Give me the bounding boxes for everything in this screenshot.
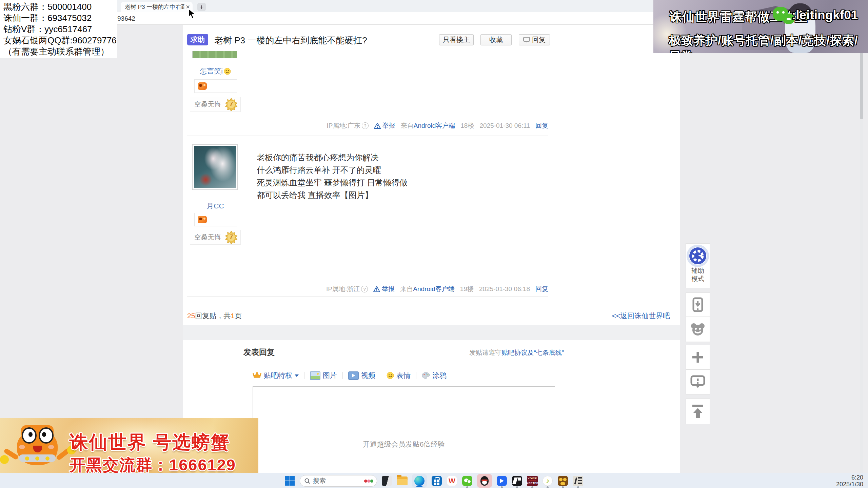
url-fragment[interactable]: 93642 [117,15,135,22]
clock-time: 6:20 [836,474,863,481]
voicemeeter-app-icon[interactable]: VOICE MEETER [527,475,538,486]
studio-services: 极致养护/账号托管/副本/竞技/探索/日常 [669,33,868,53]
crab-mascot [7,421,68,471]
post1-source: 来自Android客户端 [401,121,455,130]
file-explorer-icon[interactable] [397,475,408,486]
assist-mode-card[interactable]: 辅助 模式 [686,243,710,288]
insert-image-tool[interactable]: 图片 [310,371,337,380]
palette-icon [422,372,430,379]
post1-report-link[interactable]: 举报 [374,121,395,130]
post-content-line: 什么鸿雁行踏云单补 开不了的灵曜 [257,164,408,176]
post1-client-link[interactable]: Android客户端 [414,122,455,129]
emoticon-tool[interactable]: 表情 [387,371,411,380]
clock-date: 2025/1/30 [836,481,863,488]
microsoft-store-icon[interactable] [431,475,442,486]
post1-author: 怎言笑i [183,66,248,76]
taskbar-clock[interactable]: 6:20 2025/1/30 [836,474,863,488]
level-star-badge: 7 [225,98,238,111]
create-post-button[interactable] [686,345,710,369]
back-to-forum-link[interactable]: <<返回诛仙世界吧 [612,311,670,321]
warning-triangle-icon [374,123,381,129]
post2-game-badge-box[interactable] [194,213,237,226]
windows-logo-icon [285,476,295,486]
help-circle-icon[interactable]: ? [361,286,368,292]
doodle-tool[interactable]: 涂鸦 [422,371,447,380]
posting-rules-note: 发贴请遵守贴吧协议及“七条底线” [469,348,564,357]
post1-username[interactable]: 怎言笑i [200,66,231,76]
owl-icon [558,476,568,486]
post-content-line: 死灵渊炼血堂坐牢 噩梦懒得打 日常懒得做 [257,176,408,189]
post2-client-link[interactable]: Android客户端 [413,285,455,292]
edge-icon [414,476,425,486]
bear-face-icon [690,323,705,336]
overlay-qq-groups: 黑粉六群：500001400 诛仙一群：693475032 钻粉V群：yyc65… [0,0,117,58]
back-to-top-button[interactable] [686,399,710,424]
favorite-button[interactable]: 收藏 [480,34,512,45]
scrollbar-track[interactable] [860,24,863,473]
post-content-line: 老板你的痛苦我都心疼想为你解决 [257,151,408,164]
help-circle-icon[interactable]: ? [362,122,369,129]
post-divider [187,136,548,136]
post1-time: 2025-01-30 06:11 [479,122,530,129]
wechat-id: :leitingkf01 [792,8,858,22]
folder-icon [397,476,408,485]
notes-app-icon[interactable] [381,475,392,486]
post1-avatar-partial[interactable] [192,51,237,58]
tieba-privilege-tool[interactable]: 贴吧特权 [253,371,299,380]
insert-video-tool[interactable]: 视频 [348,371,375,380]
post2-level-number: 7 [225,233,238,241]
taskbar-search-input[interactable]: 搜索 [300,475,377,487]
post2-username[interactable]: 月CC [206,201,224,211]
zhuxian-game-icon[interactable] [573,475,584,486]
post2-level-badge-box[interactable]: 空桑无悔 7 [190,230,241,245]
post1-floor: 18楼 [460,121,474,130]
section-separator [183,325,680,340]
wechat-bubble-icon [462,476,472,486]
post2-report-link[interactable]: 举报 [373,285,395,293]
post2-reply-link[interactable]: 回复 [535,285,548,293]
post-content-line: 都可以丢给我 直播效率【图片】 [257,189,408,201]
owl-app-icon[interactable] [557,475,568,486]
reply-editor[interactable]: 开通超级会员发贴6倍经验 [253,386,555,475]
music-app-icon[interactable]: ♪ [542,475,553,486]
browser-tab[interactable]: 老树 P3 一楼的左中右到底能不能 × [121,2,193,12]
feedback-button[interactable] [686,369,710,394]
editor-toolbar: 贴吧特权 图片 视频 表情 涂鸦 [253,371,447,380]
warning-triangle-icon [373,286,380,292]
assist-mode-label: 辅助 模式 [691,267,704,283]
wps-w-icon: W [447,476,457,486]
post1-level-badge-box[interactable]: 空桑无悔 7 [190,97,241,112]
search-placeholder: 搜索 [313,476,361,485]
wps-office-icon[interactable]: W [447,475,457,486]
page-count: 1 [231,312,235,320]
post1-reply-link[interactable]: 回复 [535,121,548,130]
search-highlight-flowers-icon [364,478,373,484]
overlay-studio-banner: 诛仙世界雷霆帮做工作室 :leitingkf01 极致养护/账号托管/副本/竞技… [653,0,868,53]
qq-app-icon-active[interactable] [477,474,492,488]
edge-browser-icon-active[interactable] [412,474,427,488]
thread-title: 老树 P3 一楼的左中右到底能不能硬扛? [214,35,367,46]
app-download-button[interactable] [686,292,710,317]
reply-button[interactable]: 回复 [519,34,550,45]
media-editor-app-icon[interactable] [512,475,522,486]
smiley-icon [387,372,394,379]
post2-avatar[interactable] [192,144,238,190]
rules-link[interactable]: 贴吧协议及“七条底线” [501,349,564,356]
mouse-cursor [187,8,197,21]
new-tab-button[interactable]: + [197,3,206,11]
wechat-app-icon[interactable] [462,475,473,486]
promo-group-number: 开黑交流群：1666129 [70,454,236,473]
tencent-meeting-icon[interactable] [496,475,507,486]
grinning-face-icon [224,68,231,75]
post2-content: 老板你的痛苦我都心疼想为你解决 什么鸿雁行踏云单补 开不了的灵曜 死灵渊炼血堂坐… [257,151,408,201]
start-button[interactable] [284,475,295,486]
post1-game-badge-box[interactable] [194,79,237,93]
tieba-mascot-button[interactable] [686,317,710,342]
chevron-down-icon [295,374,299,377]
reply-form-heading: 发表回复 [243,347,275,358]
reply-count: 25 [187,312,195,320]
post2-ip-location: IP属地:浙江 ? [326,285,368,293]
view-op-only-button[interactable]: 只看楼主 [439,34,474,45]
thread-tag-badge: 求助 [187,34,208,45]
assist-mode-icon [689,247,707,265]
